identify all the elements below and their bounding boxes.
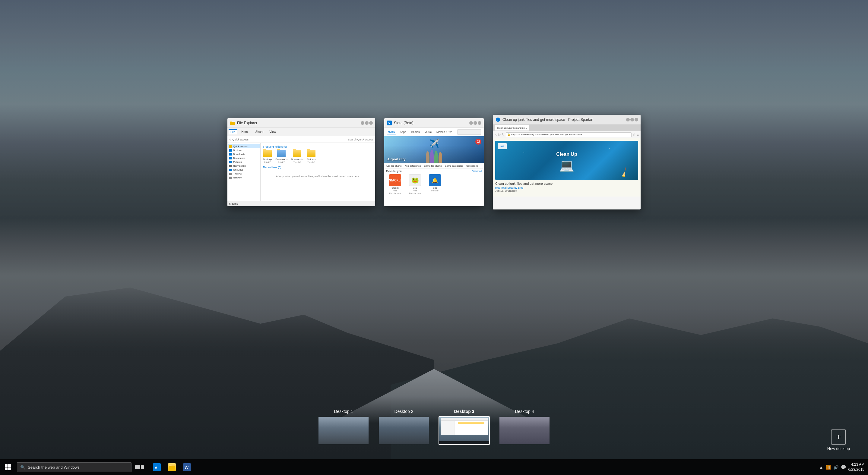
spartan-window[interactable]: e Clean up junk files and get more space… [493,115,641,209]
desktop-3-thumb[interactable] [438,416,490,445]
show-all-link[interactable]: Show all [472,170,482,173]
start-sq-1 [5,464,7,467]
store-window[interactable]: S Store (Beta) Home Apps Games Music Mov… [384,118,484,206]
plus-symbol: + [836,432,841,442]
folder-desktop-sub: This PC [264,161,271,163]
sidebar-quick-access[interactable]: Quick access [228,144,260,148]
spartan-tab-bar: Clean up junk files and ge... [493,125,641,131]
spartan-body: Clean up junk files and get more space p… [495,180,638,194]
hub-btn[interactable]: ≡ [637,133,639,137]
store-close[interactable] [478,121,482,125]
start-sq-3 [5,468,7,470]
store-app-qb3[interactable]: 🔔 QB3 Popular [426,174,444,194]
picks-header: Picks for you Show all [384,169,484,174]
store-minimize[interactable] [469,121,473,125]
file-explorer-title: File Explorer [237,121,358,125]
miku-sub: Free [413,190,417,192]
folder-documents-name: Documents [291,158,303,161]
desktop-4-thumb[interactable] [499,416,550,445]
spartan-titlebar: e Clean up junk files and get more space… [493,115,641,125]
qb3-icon: 🔔 [429,174,441,186]
favorites-btn[interactable]: ☆ [633,133,636,137]
forward-btn[interactable]: ▷ [498,133,501,137]
char4 [438,152,442,163]
sidebar-documents[interactable]: Documents [228,156,260,160]
search-bar[interactable]: 🔍 Search the web and Windows [17,462,131,472]
nav-app-categories[interactable]: App categories [405,165,421,167]
spartan-main: 360 Clean Up 💻 🧹 Clean up junk files and… [493,138,641,197]
store-app-miku[interactable]: 🐸 Miku Free Popular now [406,174,424,194]
folder-pictures[interactable]: Pictures This PC [307,150,315,163]
mini-folder [458,422,484,424]
svg-text:S: S [388,122,390,125]
new-desktop-button[interactable]: + New desktop [827,430,850,451]
mini-content [441,421,488,435]
sidebar-desktop[interactable]: Desktop [228,148,260,152]
ribbon-tab-share[interactable]: Share [254,130,266,134]
store-tab-movietv[interactable]: Movies & TV [435,130,453,134]
clock-date: 6/23/2015 [848,467,864,472]
store-maximize[interactable] [473,121,477,125]
notification-icon[interactable]: 💬 [841,465,846,470]
store-tab-games[interactable]: Games [410,130,421,134]
spartan-maximize[interactable] [630,118,634,122]
nav-game-categories[interactable]: Game categories [445,165,463,167]
folder-downloads[interactable]: Downloads This PC [275,150,287,163]
up-arrow-icon[interactable]: ▲ [819,465,824,470]
file-explorer-window[interactable]: File Explorer File Home Share View ⊹ Qui… [227,118,375,206]
spartan-close[interactable] [634,118,638,122]
store-tab-home[interactable]: Home [386,130,396,134]
taskbar-app-explorer[interactable] [165,459,179,475]
desktop-1-thumb[interactable] [318,416,369,445]
nav-collections[interactable]: Collections [466,165,478,167]
volume-icon[interactable]: 🔊 [833,465,838,470]
ribbon-tab-file[interactable]: File [228,129,237,134]
system-clock[interactable]: 4:23 AM 6/23/2015 [848,462,864,472]
sidebar-onedrive[interactable]: OneDrive [228,168,260,172]
recycle-icon [229,165,232,167]
crackle-sub: Free [393,190,397,192]
spartan-minimize[interactable] [626,118,630,122]
spartan-toolbar: ◁ ▷ ↻ 🔒 http://360totalsecurity.com/clea… [493,131,641,138]
taskbar-app-word[interactable]: W [180,459,194,475]
back-btn[interactable]: ◁ [495,133,497,137]
sidebar-label-thispc: This PC [233,172,242,175]
desktop-2-thumb[interactable] [378,416,430,445]
folder-desktop[interactable]: Desktop This PC [263,150,272,163]
hero-game-logo: G! [475,139,482,145]
sidebar-downloads[interactable]: Downloads [228,152,260,156]
mini-titlebar [441,418,488,421]
spartan-tab-active[interactable]: Clean up junk files and ge... [495,125,529,131]
store-apps-row: CRACKLE Crackle Free Popular now 🐸 Miku … [384,174,484,195]
folder-documents[interactable]: Documents This PC [291,150,303,163]
store-tab-apps[interactable]: Apps [399,130,407,134]
ribbon-tab-view[interactable]: View [268,130,278,134]
sidebar-thispc[interactable]: This PC [228,172,260,176]
crackle-popular: Popular now [390,192,401,194]
task-view-button[interactable] [131,459,147,475]
network-tray-icon[interactable]: 📶 [826,465,831,470]
minimize-btn[interactable] [361,121,364,125]
store-app-crackle[interactable]: CRACKLE Crackle Free Popular now [386,174,404,194]
close-btn[interactable] [369,121,373,125]
taskbar-app-edge[interactable]: e [150,459,164,475]
ad-banner: 360 Clean Up 💻 🧹 [495,141,638,180]
sidebar-recycle[interactable]: Recycle Bin [228,164,260,168]
sidebar-network[interactable]: Network [228,176,260,180]
nav-app-top-charts[interactable]: App top charts [386,165,402,167]
url-bar[interactable]: 🔒 http://360totalsecurity.com/clean-up-j… [506,132,631,137]
picks-label: Picks for you [386,170,402,173]
refresh-btn[interactable]: ↻ [502,133,504,137]
ribbon-tab-home[interactable]: Home [240,130,251,134]
store-search-box[interactable] [457,129,482,135]
nav-game-top-charts[interactable]: Game top charts [424,165,441,167]
store-tab-music[interactable]: Music [424,130,433,134]
address-bar[interactable]: ⊹ Quick access Search Quick access [227,136,375,143]
start-button[interactable] [0,459,16,475]
spartan-headline: Clean up junk files and get more space [495,182,638,185]
spartan-icon: e [495,117,501,122]
search-box[interactable]: Search Quick access [348,138,373,141]
https-indicator: 🔒 [507,133,510,136]
maximize-btn[interactable] [365,121,369,125]
sidebar-pictures[interactable]: Pictures [228,160,260,164]
